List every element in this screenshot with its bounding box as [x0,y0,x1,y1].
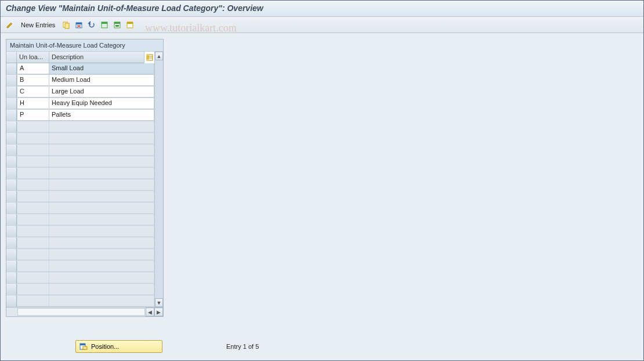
scroll-right-icon[interactable]: ▶ [154,308,163,316]
row-selector[interactable] [6,133,17,144]
cell-code[interactable] [17,156,49,167]
table-settings-icon[interactable] [144,52,154,63]
row-selector[interactable] [6,272,17,283]
cell-description[interactable] [49,179,154,190]
delete-icon[interactable] [74,20,84,30]
row-selector[interactable] [6,168,17,179]
svg-rect-10 [127,22,133,24]
table-row: CLarge Load [6,86,154,98]
row-selector[interactable] [6,110,17,121]
select-block-icon[interactable] [112,20,122,30]
deselect-all-icon[interactable] [125,20,135,30]
cell-description[interactable] [49,214,154,225]
row-selector[interactable] [6,214,17,225]
grid-wrap: Un loa... Description ASmall LoadBMedium… [6,52,163,307]
table-row-empty [6,249,154,261]
scroll-left-icon[interactable]: ◀ [146,308,154,316]
cell-code[interactable]: A [17,63,49,74]
undo-icon[interactable] [86,20,97,30]
cell-code[interactable] [17,145,49,156]
select-all-icon[interactable] [99,20,110,30]
row-selector[interactable] [6,98,17,109]
cell-description[interactable] [49,156,154,167]
hscroll-track[interactable] [17,308,145,316]
cell-code[interactable] [17,203,49,214]
table-row-empty [6,261,154,272]
cell-code[interactable] [17,249,49,260]
row-selector[interactable] [6,191,17,202]
copy-icon[interactable] [61,20,71,30]
cell-description[interactable] [49,168,154,179]
cell-description[interactable] [49,133,154,144]
row-selector[interactable] [6,86,17,98]
table-row-empty [6,168,154,179]
table-row-empty [6,133,154,145]
vertical-scrollbar[interactable]: ▲ ▼ [154,52,163,307]
row-selector[interactable] [6,237,17,248]
position-button[interactable]: Position... [75,340,162,353]
scroll-down-icon[interactable]: ▼ [155,298,163,307]
cell-description[interactable] [49,203,154,214]
cell-description[interactable] [49,295,154,306]
cell-code[interactable]: P [17,110,49,121]
row-selector[interactable] [6,179,17,190]
row-selector[interactable] [6,203,17,214]
cell-code[interactable] [17,284,49,295]
cell-description[interactable] [49,226,154,237]
grid-body: Un loa... Description ASmall LoadBMedium… [6,52,154,307]
cell-code[interactable] [17,121,49,132]
cell-code[interactable]: H [17,98,49,109]
row-selector[interactable] [6,156,17,167]
row-selector[interactable] [6,249,17,260]
cell-description[interactable]: Heavy Equip Needed [49,98,154,109]
table-row: ASmall Load [6,63,154,75]
cell-code[interactable] [17,214,49,225]
scroll-track[interactable] [155,60,163,298]
watermark: www.tutorialkart.com [145,22,237,34]
cell-code[interactable] [17,168,49,179]
cell-code[interactable] [17,191,49,202]
panel-title: Maintain Unit-of-Measure Load Category [6,39,163,52]
cell-description[interactable] [49,237,154,248]
cell-code[interactable] [17,237,49,248]
cell-code[interactable] [17,272,49,283]
row-selector[interactable] [6,261,17,272]
cell-description[interactable] [49,145,154,156]
row-selector[interactable] [6,121,17,132]
row-selector[interactable] [6,226,17,237]
cell-code[interactable]: B [17,75,49,86]
horizontal-scrollbar[interactable]: ◀ ▶ [6,307,163,316]
row-selector[interactable] [6,75,17,86]
cell-description[interactable] [49,121,154,132]
cell-description[interactable] [49,261,154,272]
cell-description[interactable]: Large Load [49,86,154,98]
change-icon[interactable] [5,20,15,30]
scroll-up-icon[interactable]: ▲ [155,52,163,60]
cell-description[interactable]: Pallets [49,110,154,121]
table-row-empty [6,179,154,191]
svg-rect-16 [80,344,85,345]
cell-description[interactable]: Medium Load [49,75,154,86]
cell-description[interactable] [49,191,154,202]
row-selector[interactable] [6,145,17,156]
cell-description[interactable] [49,249,154,260]
entry-status: Entry 1 of 5 [226,343,259,350]
column-header-code[interactable]: Un loa... [17,52,49,63]
svg-rect-8 [115,25,119,27]
cell-description[interactable] [49,284,154,295]
cell-description[interactable]: Small Load [49,63,154,74]
cell-code[interactable] [17,179,49,190]
column-header-description[interactable]: Description [49,52,144,63]
cell-code[interactable] [17,226,49,237]
cell-code[interactable] [17,261,49,272]
cell-code[interactable] [17,133,49,144]
row-selector[interactable] [6,284,17,295]
table-row-empty [6,121,154,133]
new-entries-button[interactable]: New Entries [17,20,59,30]
row-selector[interactable] [6,295,17,306]
row-selector[interactable] [6,63,17,74]
cell-code[interactable]: C [17,86,49,98]
header-selector-cell[interactable] [6,52,17,63]
cell-description[interactable] [49,272,154,283]
cell-code[interactable] [17,295,49,306]
